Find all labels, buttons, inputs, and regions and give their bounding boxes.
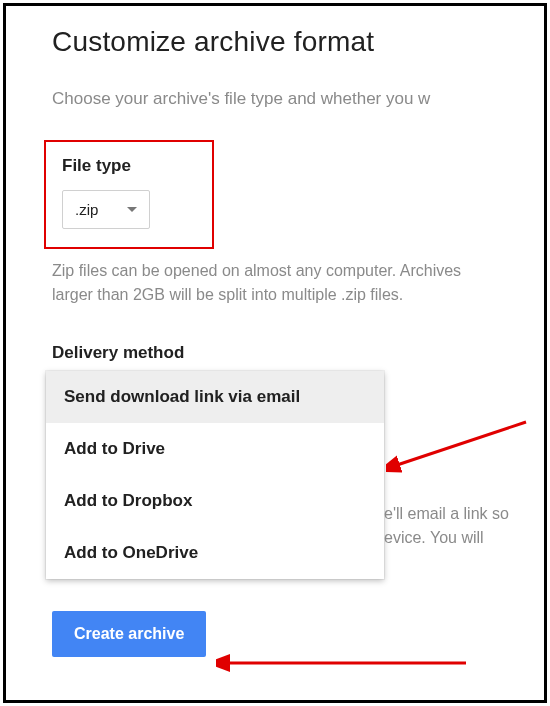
delivery-method-dropdown: Send download link via email Add to Driv… [46, 371, 384, 579]
partial-hint-text: e'll email a link so evice. You will [384, 502, 509, 550]
chevron-down-icon [127, 207, 137, 212]
page-title: Customize archive format [52, 26, 498, 58]
delivery-option-dropbox[interactable]: Add to Dropbox [46, 475, 384, 527]
file-type-value: .zip [75, 201, 98, 218]
file-type-hint: Zip files can be opened on almost any co… [52, 259, 498, 307]
file-type-select[interactable]: .zip [62, 190, 150, 229]
file-type-section: File type .zip [44, 140, 214, 249]
delivery-method-label: Delivery method [52, 343, 498, 363]
file-type-label: File type [62, 156, 198, 176]
create-archive-button[interactable]: Create archive [52, 611, 206, 657]
delivery-option-onedrive[interactable]: Add to OneDrive [46, 527, 384, 579]
delivery-option-email[interactable]: Send download link via email [46, 371, 384, 423]
delivery-option-drive[interactable]: Add to Drive [46, 423, 384, 475]
page-description: Choose your archive's file type and whet… [52, 86, 498, 112]
